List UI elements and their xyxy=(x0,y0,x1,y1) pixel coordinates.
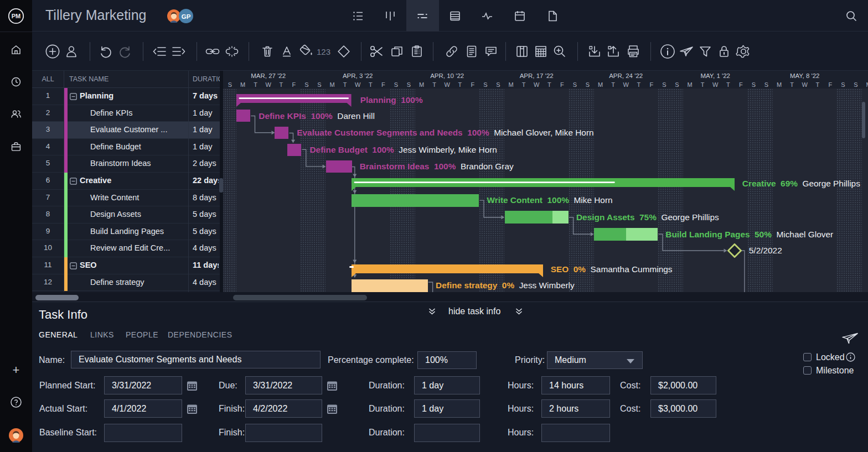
svg-text:PM: PM xyxy=(12,13,21,19)
svg-text:GP: GP xyxy=(182,13,191,20)
